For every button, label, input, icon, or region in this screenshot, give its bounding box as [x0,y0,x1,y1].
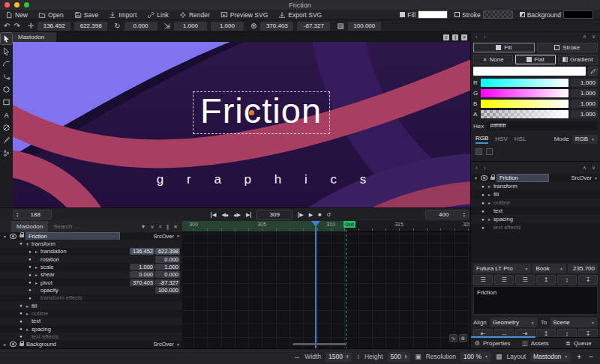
redo-icon[interactable]: ↷ [14,22,20,30]
timeline-horizontal-scrollbar[interactable] [292,343,346,345]
playhead-marker[interactable] [311,221,320,227]
null-object-tool[interactable] [1,122,12,133]
value-field[interactable]: 1.000 [130,264,154,270]
save-button[interactable]: Save [69,10,104,19]
scene-width-field[interactable]: 1500 ▲▼ [326,352,352,362]
text-align-left-button[interactable]: ☰ [473,275,493,285]
rectangle-tool[interactable] [1,97,12,108]
new-button[interactable]: New [0,10,33,19]
rotation-field[interactable]: 0.000 [124,22,158,31]
tree-row-transform-effects[interactable]: ● transform effects [0,294,182,302]
zoom-icon[interactable]: ⊕ [459,334,467,342]
selection-box[interactable] [193,91,330,134]
render-button[interactable]: Render [174,10,215,19]
tree-row-outline[interactable]: ● ▸ outline [471,198,600,207]
tree-row-scale[interactable]: ● ▸ scale 1.0001.000 [0,263,182,270]
play-from-start-button[interactable]: ▶ [298,212,303,218]
stroke-color-control[interactable]: Stroke [454,10,513,19]
pivot-x-field[interactable]: 370.403 [260,22,293,31]
record-icon[interactable]: ● [480,184,486,189]
link-button[interactable]: Link [142,10,174,19]
out-marker-badge[interactable]: Out [344,221,356,228]
stroke-tab[interactable]: Stroke [537,43,598,52]
record-icon[interactable]: ● [480,209,486,213]
frame-end-stepper[interactable]: ▲▼ [463,212,466,216]
remove-layout-button[interactable]: − [587,353,595,361]
paint-gradient-button[interactable]: Gradient [558,55,598,64]
tree-row-shear[interactable]: ● ▸ shear 0.0000.000 [0,271,182,279]
value-field[interactable]: 0.000 [155,271,180,278]
panel-menu-icon[interactable]: ≡ [443,34,449,40]
red-channel-slider[interactable] [481,79,568,87]
canvas-tab-mastodon[interactable]: Mastodon [13,32,56,42]
tree-row-pivot[interactable]: ● ▸ pivot 370.403-87.327 [0,279,182,286]
fill-color-swatch[interactable] [418,10,448,19]
text-valign-middle-button[interactable]: ↨ [557,275,577,285]
tree-row-transform[interactable]: ● ▸ transform [471,182,600,190]
collapse-up-icon[interactable]: ∧ [583,165,586,171]
tab-properties[interactable]: ⚙Properties [471,340,514,347]
eyedropper-button[interactable] [588,67,598,76]
text-valign-top-button[interactable]: ↥ [536,275,556,285]
value-field[interactable]: 622.398 [155,248,180,255]
expand-icon[interactable]: ▸ [33,264,40,270]
text-tool[interactable]: A [1,109,12,121]
scene-height-field[interactable]: 500 ▲▼ [388,352,411,362]
tree-row-opacity[interactable]: ● opacity 100.000 [0,286,182,294]
fill-tab[interactable]: Fill [473,43,535,52]
lock-icon[interactable] [20,343,24,346]
open-button[interactable]: Open [33,10,69,19]
expand-icon[interactable]: ▸ [24,303,31,309]
tree-row-outline[interactable]: ● ▸ outline [0,309,182,317]
undo-icon[interactable]: ↶ [4,22,10,30]
value-field[interactable]: 136.452 [130,248,154,255]
zoom-window-button[interactable] [24,2,29,7]
paint-flat-button[interactable]: Flat [515,55,555,64]
filter-icon[interactable]: ▼ [140,224,146,230]
tree-row-text-effects[interactable]: ● text effects [0,333,182,340]
opacity-field[interactable]: 100.000 [348,22,381,31]
record-icon[interactable]: ● [27,280,33,285]
visibility-eye-icon[interactable] [10,342,16,347]
width-stepper[interactable]: ▲▼ [346,354,349,359]
hsl-mode-tab[interactable]: HSL [514,136,526,143]
color-bookmark-1[interactable] [476,148,482,155]
value-field[interactable]: 0.000 [130,271,154,278]
timeline-search-input[interactable] [48,223,140,230]
color-bookmark-2[interactable] [486,148,493,155]
loop-button[interactable]: ↺ [326,212,331,218]
lock-icon[interactable] [490,177,495,180]
expand-icon[interactable]: ▸ [486,192,493,197]
next-keyframe-button[interactable]: ◆▶ [234,212,241,218]
node-tool[interactable] [1,46,12,57]
paint-none-button[interactable]: ✕None [473,55,513,64]
stop-button[interactable]: ■ [318,212,321,218]
font-style-dropdown[interactable]: Book▼ [532,264,566,273]
expand-down-icon[interactable]: ∨ [592,165,596,171]
align-target-dropdown[interactable]: Scene▼ [550,318,598,327]
frame-start-stepper[interactable]: ▲▼ [16,212,19,216]
expand-icon[interactable]: ▸ [24,311,31,316]
record-icon[interactable]: ● [18,327,24,331]
back-arrow-icon[interactable]: ‹ [476,166,477,171]
expand-icon[interactable]: ▸ [486,216,493,222]
forward-arrow-icon[interactable]: › [484,166,485,171]
paint-tool[interactable] [1,135,12,146]
blend-mode-dropdown[interactable]: SrcOver▼ [154,233,180,240]
record-icon[interactable]: ● [480,201,486,205]
timeline-ruler[interactable]: 300 305 310 315 320 [182,221,470,231]
tree-row-transform[interactable]: ● ▾ transform [0,240,182,247]
align-pivot-dropdown[interactable]: Geometry▼ [490,318,538,327]
scene-subline-text[interactable]: g r a p h i c s [157,172,376,187]
curve-tool[interactable] [1,58,12,70]
tree-row-spacing[interactable]: ● ▸ spacing [0,325,182,333]
fill-color-control[interactable]: Fill [400,10,448,19]
record-icon[interactable]: ● [18,303,24,308]
expand-icon[interactable]: ▸ [33,249,40,254]
jump-to-end-button[interactable]: ▶ [246,212,251,218]
tree-row-text[interactable]: ● text [471,207,600,215]
export-svg-button[interactable]: Export SVG [273,10,327,19]
tree-row-translation[interactable]: ● ▸ translation 136.452622.398 [0,248,182,255]
scale-x-field[interactable]: 1.000 [174,22,207,31]
circle-tool[interactable] [1,84,12,95]
